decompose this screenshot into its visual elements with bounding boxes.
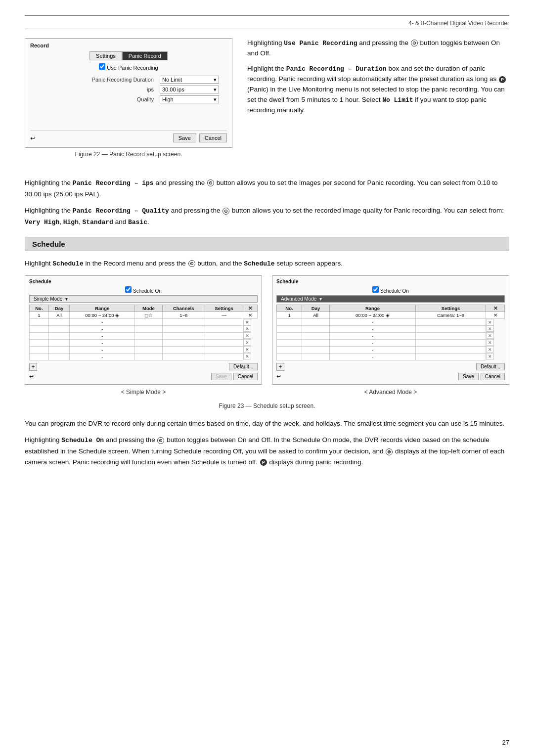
cell-range-1: 00:00 ~ 24:00 ◈ bbox=[70, 311, 135, 318]
simple-save-cancel: Save Cancel bbox=[211, 373, 258, 380]
simple-mode-table: No. Day Range Mode Channels Settings ✕ 1… bbox=[29, 305, 258, 360]
panic-form-table: Panic Recording Duration No Limit ips 30… bbox=[30, 75, 227, 104]
advanced-mode-box-title: Schedule bbox=[276, 279, 505, 284]
ui-panic-ips: Panic Recording – ips bbox=[73, 179, 154, 187]
advanced-save-cancel: Save Cancel bbox=[458, 373, 505, 380]
quality-label: Quality bbox=[30, 94, 158, 104]
ui-schedule-on: Schedule On bbox=[61, 437, 104, 444]
circle-icon-3: ⊙ bbox=[222, 208, 229, 215]
cell-mode-1: ◻☆ bbox=[135, 311, 162, 318]
simple-table-row-6: -✕ bbox=[30, 346, 258, 353]
advanced-default-button[interactable]: Default... bbox=[476, 363, 505, 370]
page-number: 27 bbox=[502, 739, 509, 746]
page: 4- & 8-Channel Digital Video Recorder Re… bbox=[0, 0, 534, 756]
simple-schedule-on-row: Schedule On bbox=[29, 286, 258, 294]
adv-cell-x-1[interactable]: ✕ bbox=[486, 311, 505, 318]
use-panic-recording-label: Use Panic Recording bbox=[107, 65, 158, 71]
schedule-section-header: Schedule bbox=[25, 237, 509, 251]
advanced-table-header: No. Day Range Settings ✕ bbox=[277, 305, 505, 311]
cancel-button[interactable]: Cancel bbox=[199, 133, 227, 142]
simple-plus-button[interactable]: + bbox=[29, 363, 37, 371]
quality-select[interactable]: High bbox=[160, 95, 219, 103]
ui-very-high: Very High bbox=[25, 219, 59, 226]
simple-table-row-1: 1 All 00:00 ~ 24:00 ◈ ◻☆ 1~8 — ✕ bbox=[30, 311, 258, 318]
advanced-table-row-3: -✕ bbox=[277, 325, 505, 332]
simple-back-button[interactable]: ↩ bbox=[29, 373, 34, 380]
page-header: 4- & 8-Channel Digital Video Recorder bbox=[25, 20, 509, 29]
simple-default-button[interactable]: Default... bbox=[229, 363, 258, 370]
circle-icon-4: ⊙ bbox=[188, 260, 195, 267]
cell-day-1: All bbox=[48, 311, 69, 318]
simple-schedule-on-checkbox[interactable] bbox=[125, 286, 132, 293]
tab-settings[interactable]: Settings bbox=[89, 51, 122, 60]
x-circle-icon: ⊗ bbox=[386, 448, 393, 455]
simple-mode-select[interactable]: Simple Mode ▾ bbox=[29, 295, 258, 303]
body-para-quality: Highlighting the Panic Recording – Quali… bbox=[25, 205, 509, 228]
use-panic-recording-row: Use Panic Recording bbox=[30, 63, 227, 71]
circle-icon-1: ⊙ bbox=[411, 40, 418, 46]
simple-save-button[interactable]: Save bbox=[211, 373, 231, 380]
ui-high: High bbox=[63, 219, 79, 226]
col-day: Day bbox=[48, 305, 69, 311]
advanced-action-row: ↩ Save Cancel bbox=[276, 373, 505, 380]
advanced-mode-select[interactable]: Advanced Mode ▾ bbox=[276, 295, 505, 303]
record-box-title: Record bbox=[30, 43, 227, 48]
ips-select[interactable]: 30.00 ips bbox=[160, 86, 219, 93]
cell-settings-1: — bbox=[205, 311, 243, 318]
schedule-header-text: Schedule bbox=[32, 240, 65, 248]
cell-channels-1: 1~8 bbox=[162, 311, 205, 318]
advanced-table-row-6: -✕ bbox=[277, 346, 505, 353]
adv-cell-no-1: 1 bbox=[277, 311, 302, 318]
advanced-table-row-5: -✕ bbox=[277, 339, 505, 346]
schedule-body-para-2: Highlighting Schedule On and pressing th… bbox=[25, 435, 509, 467]
back-button[interactable]: ↩ bbox=[30, 134, 36, 142]
cell-x-1[interactable]: ✕ bbox=[243, 311, 258, 318]
advanced-back-button[interactable]: ↩ bbox=[276, 373, 281, 380]
fig22-caption: Figure 22 — Panic Record setup screen. bbox=[25, 151, 232, 158]
advanced-table-row-1: 1 All 00:00 ~ 24:00 ◈ Camera: 1~8 ✕ bbox=[277, 311, 505, 318]
col-range: Range bbox=[70, 305, 135, 311]
panic-icon: P bbox=[499, 76, 506, 83]
tabs-row: Settings Panic Record bbox=[30, 51, 227, 60]
duration-select[interactable]: No Limit bbox=[160, 76, 219, 84]
cell-no-1: 1 bbox=[30, 311, 49, 318]
right-para-1: Highlighting Use Panic Recording and pre… bbox=[247, 38, 509, 59]
ui-schedule-setup: Schedule bbox=[244, 260, 274, 267]
advanced-mode-box: Schedule Schedule On Advanced Mode ▾ No.… bbox=[272, 275, 509, 385]
form-row-duration: Panic Recording Duration No Limit bbox=[30, 75, 227, 85]
adv-cell-settings-1: Camera: 1~8 bbox=[415, 311, 486, 318]
advanced-plus-button[interactable]: + bbox=[276, 363, 284, 371]
use-panic-recording-checkbox[interactable] bbox=[99, 63, 105, 70]
advanced-save-button[interactable]: Save bbox=[458, 373, 479, 380]
advanced-schedule-on-checkbox[interactable] bbox=[372, 286, 379, 293]
right-para-2: Highlight the Panic Recording – Duration… bbox=[247, 64, 509, 116]
simple-cancel-button[interactable]: Cancel bbox=[233, 373, 258, 380]
ips-value: 30.00 ips bbox=[158, 85, 227, 94]
ui-basic: Basic bbox=[128, 219, 147, 226]
circle-icon-2: ⊙ bbox=[207, 179, 214, 186]
ui-panic-duration: Panic Recording – Duration bbox=[286, 65, 387, 73]
advanced-sched-footer: + Default... bbox=[276, 363, 505, 371]
col-x: ✕ bbox=[243, 305, 258, 311]
simple-table-row-3: -✕ bbox=[30, 325, 258, 332]
body-para-ips: Highlighting the Panic Recording – ips a… bbox=[25, 178, 509, 199]
duration-value: No Limit bbox=[158, 75, 227, 85]
advanced-cancel-button[interactable]: Cancel bbox=[481, 373, 505, 380]
save-button[interactable]: Save bbox=[173, 133, 196, 142]
ui-standard: Standard bbox=[82, 219, 113, 226]
advanced-schedule-on-label: Schedule On bbox=[380, 288, 409, 294]
schedule-intro: Highlight Schedule in the Record menu an… bbox=[25, 258, 509, 269]
advanced-mode-table: No. Day Range Settings ✕ 1 All 00:00 ~ 2… bbox=[276, 305, 505, 360]
form-row-ips: ips 30.00 ips bbox=[30, 85, 227, 94]
col-settings: Settings bbox=[205, 305, 243, 311]
advanced-mode-label: < Advanced Mode > bbox=[272, 389, 509, 396]
simple-table-row-4: -✕ bbox=[30, 332, 258, 339]
ui-schedule: Schedule bbox=[52, 260, 83, 267]
ui-use-panic: Use Panic Recording bbox=[284, 40, 357, 47]
col-channels: Channels bbox=[162, 305, 205, 311]
col-mode: Mode bbox=[135, 305, 162, 311]
adv-col-settings: Settings bbox=[415, 305, 486, 311]
tab-panic-record[interactable]: Panic Record bbox=[122, 51, 168, 60]
simple-mode-row: Simple Mode ▾ bbox=[29, 295, 258, 303]
simple-table-row-2: -✕ bbox=[30, 318, 258, 325]
